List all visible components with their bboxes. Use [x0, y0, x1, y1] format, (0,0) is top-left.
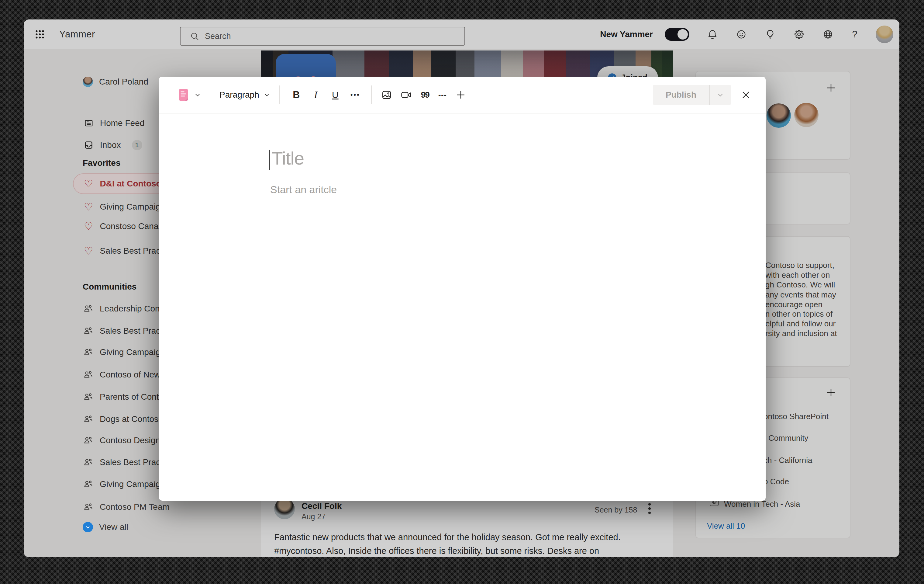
italic-button[interactable]: I	[309, 89, 322, 100]
more-formatting-button[interactable]: •••	[347, 91, 364, 99]
publish-split-button: Publish	[653, 85, 731, 105]
chevron-down-circle-icon	[82, 522, 93, 532]
bold-button[interactable]: B	[290, 89, 303, 100]
paragraph-style-select[interactable]: Paragraph	[219, 90, 270, 100]
insert-video-button[interactable]	[400, 89, 412, 101]
sidebar-item-label: View all	[99, 522, 128, 532]
post-type-chevron-icon[interactable]	[194, 91, 201, 99]
close-icon[interactable]	[741, 90, 751, 100]
publish-button[interactable]: Publish	[653, 90, 709, 100]
quote-button[interactable]: 99	[421, 90, 429, 100]
article-editor-modal: Paragraph B I U ••• 99 ---	[159, 77, 766, 501]
sidebar-item-label: Contoso PM Team	[100, 502, 170, 512]
article-body-input[interactable]: Start an aritcle	[270, 184, 337, 195]
sidebar-item-community-9[interactable]: Contoso PM Team	[82, 501, 170, 513]
horizontal-rule-button[interactable]: ---	[438, 90, 447, 99]
toolbar-separator	[279, 86, 280, 104]
people-icon	[82, 501, 94, 513]
underline-button[interactable]: U	[328, 90, 342, 100]
paragraph-style-label: Paragraph	[219, 90, 259, 100]
article-doc-icon[interactable]	[178, 89, 188, 101]
toolbar-separator	[371, 86, 372, 104]
article-title-input[interactable]: Title	[272, 148, 304, 169]
sidebar-view-all[interactable]: View all	[82, 522, 128, 532]
insert-image-button[interactable]	[381, 89, 393, 101]
chevron-down-icon	[264, 91, 270, 98]
toolbar-separator	[210, 86, 210, 104]
app-window: Yammer New Yammer	[24, 20, 899, 557]
insert-more-plus-button[interactable]	[455, 89, 466, 100]
publish-options-chevron-icon[interactable]	[710, 91, 731, 99]
editor-toolbar: Paragraph B I U ••• 99 ---	[159, 77, 766, 113]
text-cursor	[269, 150, 270, 170]
